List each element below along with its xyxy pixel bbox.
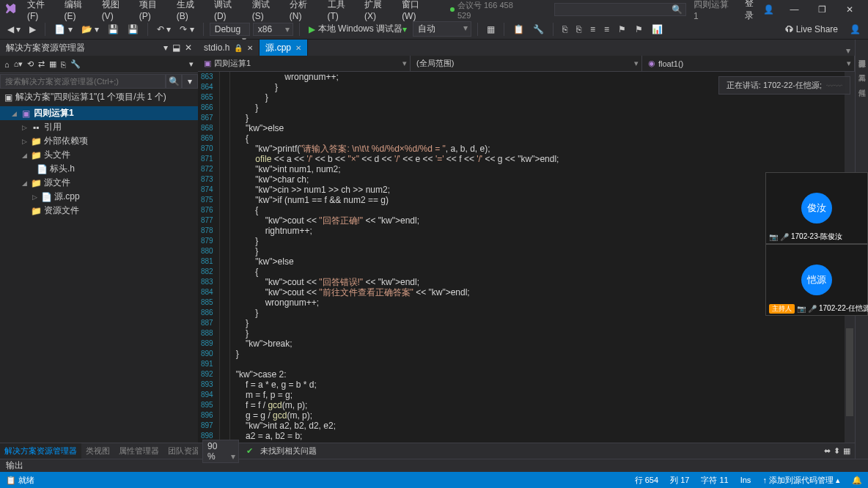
menu-debug[interactable]: 调试(D): [210, 0, 246, 23]
expand-icon[interactable]: ▷: [21, 138, 28, 145]
menu-edit[interactable]: 编辑(E): [60, 0, 96, 23]
split-v-icon[interactable]: ⬍: [834, 446, 840, 456]
tool-icon-8[interactable]: ⚑: [615, 23, 629, 36]
editor-tab-stdio[interactable]: stdio.h 🔒 ✕: [198, 40, 260, 56]
code-editor[interactable]: 8638648658668678688698708718728738748758…: [198, 72, 855, 443]
menu-view[interactable]: 视图(V): [98, 0, 133, 23]
tool-icon-6[interactable]: ≡: [587, 23, 598, 36]
solution-node[interactable]: ▣ 解决方案"四则运算1"(1 个项目/共 1 个): [0, 89, 198, 105]
menu-build[interactable]: 生成(B): [172, 0, 208, 23]
expand-icon[interactable]: ◢: [10, 110, 18, 117]
scope-fn-dropdown[interactable]: ◉ float1(): [642, 56, 855, 71]
resources-folder[interactable]: ▷ 📁 资源文件: [0, 204, 198, 218]
open-button[interactable]: 📂 ▾: [78, 23, 102, 36]
tool-icon-5[interactable]: ⎘: [573, 23, 584, 36]
tool-icon-4[interactable]: ⎘: [559, 23, 570, 36]
project-node[interactable]: ◢ ▣ 四则运算1: [0, 106, 198, 120]
editor-tab-source[interactable]: 源.cpp ✕: [260, 40, 308, 56]
sources-folder[interactable]: ◢ 📁 源文件: [0, 176, 198, 190]
menu-test[interactable]: 测试(S): [248, 0, 284, 23]
properties-icon[interactable]: 🔧: [70, 59, 81, 69]
scroll-thumb[interactable]: [846, 328, 853, 416]
status-col: 列 17: [670, 475, 689, 486]
tab-close-icon[interactable]: ✕: [247, 44, 253, 52]
code-text[interactable]: wrongnum++; } } } } "kw">else { "kw">pri…: [230, 72, 855, 443]
tool-icon-9[interactable]: ⚑: [632, 23, 646, 36]
home-dd-icon[interactable]: ⌂▾: [14, 59, 23, 69]
header-file[interactable]: 📄 标头.h: [0, 162, 198, 176]
menu-tools[interactable]: 工具(T): [323, 0, 358, 23]
output-panel-header[interactable]: 输出: [0, 459, 868, 472]
start-debug-button[interactable]: ▶ 本地 Windows 调试器 ▾: [306, 21, 410, 37]
tab-property-manager[interactable]: 属性管理器: [114, 443, 163, 459]
redo-button[interactable]: ↷ ▾: [177, 23, 196, 36]
solution-search: 🔍 ▾: [0, 73, 198, 89]
references-node[interactable]: ▷ ▪▪ 引用: [0, 120, 198, 134]
login-button[interactable]: 登录 👤: [739, 0, 781, 22]
close-button[interactable]: ✕: [836, 0, 864, 19]
minimize-button[interactable]: —: [780, 0, 808, 19]
scope-global-dropdown[interactable]: (全局范围): [411, 56, 642, 71]
refresh-icon[interactable]: ⟲: [27, 59, 34, 69]
copy-icon[interactable]: ⎘: [61, 60, 66, 69]
nav-back-button[interactable]: ◀ ▾: [4, 23, 23, 36]
split-icon[interactable]: ▦: [843, 446, 850, 456]
expand-icon[interactable]: ◢: [21, 180, 28, 187]
headers-folder[interactable]: ◢ 📁 头文件: [0, 148, 198, 162]
nav-fwd-button[interactable]: ▶: [26, 23, 39, 36]
pin-icon[interactable]: ⬓: [172, 42, 180, 53]
tool-icon-1[interactable]: ▦: [484, 23, 498, 36]
source-file[interactable]: ▷ 📄 源.cpp: [0, 190, 198, 204]
home-icon[interactable]: ⌂: [4, 60, 10, 69]
notifications-icon[interactable]: 🔔: [852, 476, 862, 485]
menu-file[interactable]: 文件(F): [23, 0, 58, 23]
undo-button[interactable]: ↶ ▾: [154, 23, 174, 36]
expand-icon[interactable]: ▷: [31, 193, 38, 201]
sync-icon[interactable]: ⇄: [38, 59, 45, 69]
split-h-icon[interactable]: ⬌: [824, 446, 831, 456]
save-button[interactable]: 💾: [105, 23, 122, 36]
video-tile-1[interactable]: 俊汝 📷 🎤 1702-23-陈俊汝: [765, 172, 868, 244]
liveshare-button[interactable]: ⮉ Live Share: [779, 24, 844, 34]
close-panel-icon[interactable]: ✕: [185, 42, 192, 53]
external-deps-node[interactable]: ▷ 📁 外部依赖项: [0, 134, 198, 148]
solution-explorer: 解决方案资源管理器 ▾ ⬓ ✕ ⌂ ⌂▾ ⟲ ⇄ ▦ ⎘ 🔧 ▾ 🔍 ▾ ▣ 解…: [0, 40, 198, 459]
tool-icon-2[interactable]: 📋: [510, 23, 527, 36]
config-dropdown[interactable]: Debug: [210, 23, 250, 36]
source-control[interactable]: ↑ 添加到源代码管理 ▴: [762, 475, 840, 486]
project-label: 四则运算1: [34, 107, 74, 119]
scope-file-dropdown[interactable]: ▣ 四则运算1: [198, 56, 411, 71]
online-dot-icon: [450, 7, 455, 12]
solution-search-input[interactable]: [0, 74, 166, 89]
title-search[interactable]: 🔍: [554, 3, 686, 16]
new-button[interactable]: 📄 ▾: [51, 23, 75, 36]
zoom-dropdown[interactable]: 90 %: [202, 440, 239, 463]
menu-extensions[interactable]: 扩展(X): [360, 0, 396, 23]
menu-analyze[interactable]: 分析(N): [285, 0, 322, 23]
menu-project[interactable]: 项目(P): [135, 0, 171, 23]
tool-icon-10[interactable]: 📊: [649, 23, 666, 36]
tab-overflow-icon[interactable]: ▾: [842, 45, 855, 56]
tool-icon-7[interactable]: ≡: [601, 23, 612, 36]
platform-dropdown[interactable]: x86: [253, 23, 293, 36]
showall-icon[interactable]: ▦: [49, 59, 56, 69]
auto-dropdown[interactable]: 自动: [413, 21, 471, 37]
feedback-icon[interactable]: 👤: [847, 23, 864, 36]
tab-solution-explorer[interactable]: 解决方案资源管理器: [0, 443, 81, 459]
tab-close-icon[interactable]: ✕: [295, 44, 301, 52]
expand-icon[interactable]: ◢: [21, 152, 28, 159]
dropdown-icon[interactable]: ▾: [163, 42, 168, 53]
tab-class-view[interactable]: 类视图: [81, 443, 114, 459]
collapse-icon[interactable]: ▾: [189, 59, 194, 69]
maximize-button[interactable]: ❐: [808, 0, 836, 19]
tab-label: 源.cpp: [265, 42, 291, 54]
video-tile-2[interactable]: 恺源 主持人 📷 🎤 1702-22-任恺源: [765, 244, 868, 316]
toolbar: ◀ ▾ ▶ 📄 ▾ 📂 ▾ 💾 💾 ↶ ▾ ↷ ▾ Debug x86 ▶ 本地…: [0, 19, 868, 40]
search-button[interactable]: 🔍: [166, 74, 182, 89]
search-dd[interactable]: ▾: [182, 74, 198, 89]
fold-gutter[interactable]: [220, 72, 230, 443]
save-all-button[interactable]: 💾: [125, 23, 141, 36]
menu-window[interactable]: 窗口(W): [397, 0, 435, 23]
tool-icon-3[interactable]: 🔧: [530, 23, 547, 36]
expand-icon[interactable]: ▷: [21, 124, 28, 131]
